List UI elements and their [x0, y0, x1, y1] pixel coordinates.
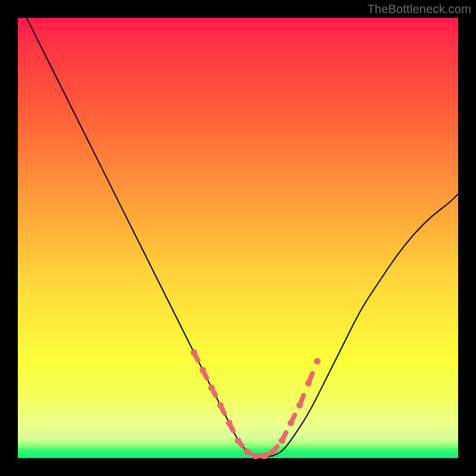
highlight-dash: [301, 396, 303, 402]
highlight-dash: [310, 374, 312, 380]
highlight-dash: [239, 442, 242, 446]
highlight-dot: [314, 358, 321, 365]
highlight-dash: [195, 355, 198, 361]
highlight-dash: [248, 452, 250, 453]
highlight-dash: [266, 454, 268, 455]
highlight-dash: [274, 447, 277, 450]
bottleneck-curve-line: [27, 18, 458, 456]
highlight-dash: [204, 372, 206, 378]
watermark-text: TheBottleneck.com: [367, 2, 471, 16]
highlight-dots: [191, 349, 321, 459]
chart-frame: TheBottleneck.com: [0, 0, 476, 476]
highlight-dash: [213, 390, 215, 396]
chart-svg: [18, 18, 458, 458]
highlight-dash: [222, 408, 224, 414]
highlight-dash: [292, 415, 295, 420]
highlight-dash: [283, 433, 286, 438]
highlight-dash: [230, 425, 233, 431]
